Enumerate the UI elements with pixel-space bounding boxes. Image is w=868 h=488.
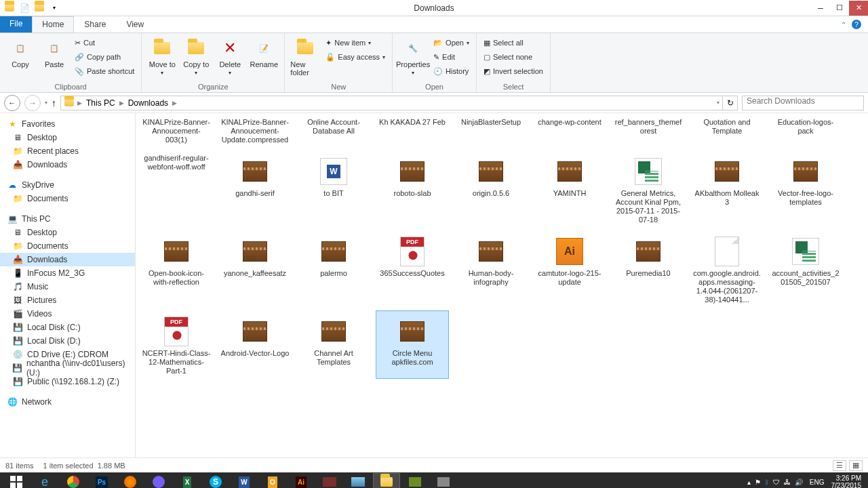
file-item[interactable]: change-wp-content xyxy=(533,115,606,148)
crumb-thispc[interactable]: This PC xyxy=(85,98,117,108)
tray-lang[interactable]: ENG xyxy=(810,479,825,486)
start-button[interactable] xyxy=(3,473,30,488)
file-item[interactable]: origin.0.5.6 xyxy=(454,150,528,228)
paste-shortcut-button[interactable]: 📎Paste shortcut xyxy=(73,64,136,78)
file-item[interactable]: Human-body-infography xyxy=(454,230,528,308)
invert-selection-button[interactable]: ◩Invert selection xyxy=(482,64,545,78)
chevron-down-icon[interactable]: ▾ xyxy=(717,100,719,106)
up-button[interactable]: ↑ xyxy=(52,98,56,108)
search-input[interactable] xyxy=(747,96,859,106)
file-item[interactable]: account_activities_201505_201507 xyxy=(769,230,842,308)
taskbar-app2[interactable] xyxy=(401,473,429,488)
sidebar-item-desktop[interactable]: 🖥Desktop xyxy=(0,131,135,144)
copy-to-button[interactable]: Copy to▾ xyxy=(181,36,211,76)
file-item[interactable]: palermo xyxy=(297,230,370,308)
edit-button[interactable]: ✎Edit xyxy=(432,50,471,64)
file-item[interactable]: Android-Vector-Logo xyxy=(218,310,292,379)
close-button[interactable]: ✕ xyxy=(849,1,868,16)
sidebar-item-pc-desktop[interactable]: 🖥Desktop xyxy=(0,226,135,239)
sidebar-item-infocus[interactable]: 📱InFocus M2_3G xyxy=(0,266,135,280)
forward-button[interactable]: → xyxy=(24,95,41,111)
chevron-right-icon[interactable]: ▶ xyxy=(77,100,82,106)
move-to-button[interactable]: Move to▾ xyxy=(147,36,177,76)
tray-flag-icon[interactable]: ⚑ xyxy=(755,479,761,486)
delete-button[interactable]: ✕Delete▾ xyxy=(215,36,245,76)
select-none-button[interactable]: ▢Select none xyxy=(482,50,545,64)
taskbar-skype[interactable]: S xyxy=(202,473,229,488)
tray-bt-icon[interactable]: ᛒ xyxy=(765,479,769,486)
back-button[interactable]: ← xyxy=(4,95,20,111)
taskbar-photos[interactable] xyxy=(344,473,372,488)
cut-button[interactable]: ✂Cut xyxy=(73,36,136,49)
paste-button[interactable]: 📋Paste xyxy=(39,36,69,68)
file-item[interactable]: Open-book-icon-with-reflection xyxy=(140,230,213,308)
taskbar-word[interactable]: W xyxy=(231,473,258,488)
sidebar-item-music[interactable]: 🎵Music xyxy=(0,280,135,293)
sidebar-item-disk-c[interactable]: 💾Local Disk (C:) xyxy=(0,321,135,334)
minimize-button[interactable]: ─ xyxy=(811,1,830,16)
file-item[interactable]: Aicamtutor-logo-215-update xyxy=(533,230,606,308)
copy-button[interactable]: 📋Copy xyxy=(5,36,35,68)
file-item[interactable]: NinjaBlasterSetup xyxy=(454,115,528,148)
tray-up-icon[interactable]: ▴ xyxy=(747,479,751,486)
tray-time[interactable]: 3:26 PM xyxy=(836,474,861,482)
file-item[interactable]: General Metrics, Account Kinal Ppm, 2015… xyxy=(612,150,685,228)
copy-path-button[interactable]: 🔗Copy path xyxy=(73,50,136,64)
new-doc-icon[interactable]: 📄 xyxy=(19,3,30,14)
crumb-downloads[interactable]: Downloads xyxy=(127,98,170,108)
tray-volume-icon[interactable]: 🔊 xyxy=(795,479,803,486)
recent-dropdown-icon[interactable]: ▾ xyxy=(45,100,47,106)
file-item[interactable]: AKbalthom Molleak 3 xyxy=(690,150,764,228)
sidebar-skydrive[interactable]: ☁SkyDrive xyxy=(0,178,135,192)
sidebar-item-recent[interactable]: 📁Recent places xyxy=(0,144,135,158)
refresh-button[interactable]: ↻ xyxy=(723,96,738,110)
taskbar-ie[interactable]: e xyxy=(31,473,58,488)
sidebar-item-downloads[interactable]: 📥Downloads xyxy=(0,158,135,171)
file-item[interactable]: Vector-free-logo-templates xyxy=(769,150,842,228)
sidebar-item-pictures[interactable]: 🖼Pictures xyxy=(0,293,135,307)
sidebar-item-pc-downloads[interactable]: 📥Downloads xyxy=(0,253,135,266)
properties-icon[interactable] xyxy=(34,3,45,14)
file-item[interactable]: com.google.android.apps.messaging-1.4.04… xyxy=(690,230,764,308)
file-item[interactable]: KINALPrize-Banner-Annoucement-Update.com… xyxy=(218,115,292,148)
file-item[interactable]: YAMINTH xyxy=(533,150,606,228)
file-item[interactable]: Wto BIT xyxy=(297,150,370,228)
file-item[interactable]: KINALPrize-Banner-Annoucement-003(1) xyxy=(140,115,213,148)
file-item[interactable]: Channel Art Templates xyxy=(297,310,370,379)
file-item[interactable]: Circle Menu apkfiles.com xyxy=(376,310,449,379)
new-folder-button[interactable]: New folder xyxy=(290,36,320,77)
ribbon-help[interactable]: ⌃? xyxy=(834,16,868,33)
sidebar-thispc[interactable]: 💻This PC xyxy=(0,212,135,226)
taskbar-chrome[interactable] xyxy=(60,473,87,488)
breadcrumb[interactable]: ▶ This PC ▶ Downloads ▶ ▾ xyxy=(60,96,723,110)
taskbar-excel[interactable]: X xyxy=(174,473,201,488)
file-item[interactable]: Quotation and Template xyxy=(690,115,764,148)
qat-dropdown-icon[interactable]: ▾ xyxy=(49,3,60,14)
folder-icon[interactable] xyxy=(4,3,15,14)
new-item-button[interactable]: ✦New item▾ xyxy=(324,36,387,49)
taskbar-illustrator[interactable]: Ai xyxy=(288,473,315,488)
select-all-button[interactable]: ▦Select all xyxy=(482,36,545,49)
easy-access-button[interactable]: 🔓Easy access▾ xyxy=(324,50,387,64)
chevron-right-icon[interactable]: ▶ xyxy=(172,100,177,106)
help-icon[interactable]: ? xyxy=(852,20,861,29)
taskbar-photoshop[interactable]: Ps xyxy=(88,473,115,488)
file-item[interactable]: Kh KAKADA 27 Feb xyxy=(376,115,449,148)
file-item[interactable]: ref_banners_themeforest xyxy=(612,115,685,148)
tray-date[interactable]: 7/23/2015 xyxy=(831,482,862,488)
sidebar-item-pc-documents[interactable]: 📁Documents xyxy=(0,239,135,253)
sidebar-network[interactable]: 🌐Network xyxy=(0,395,135,409)
taskbar-app3[interactable] xyxy=(430,473,457,488)
chevron-right-icon[interactable]: ▶ xyxy=(119,100,124,106)
sidebar-item-net-z[interactable]: 💾Public (\\192.168.1.2) (Z:) xyxy=(0,375,135,388)
taskbar-explorer[interactable] xyxy=(373,473,400,488)
file-item[interactable]: gandhiserif-regular-webfont-woff.woff xyxy=(140,150,213,228)
taskbar-outlook[interactable]: O xyxy=(259,473,286,488)
tray-shield-icon[interactable]: 🛡 xyxy=(773,479,780,486)
icons-view-button[interactable]: ▦ xyxy=(849,460,863,471)
taskbar-firefox[interactable] xyxy=(117,473,144,488)
tab-view[interactable]: View xyxy=(116,16,154,33)
sidebar-item-skydrive-documents[interactable]: 📁Documents xyxy=(0,192,135,205)
open-button[interactable]: 📂Open▾ xyxy=(432,36,471,49)
tray-network-icon[interactable]: 🖧 xyxy=(784,479,791,486)
